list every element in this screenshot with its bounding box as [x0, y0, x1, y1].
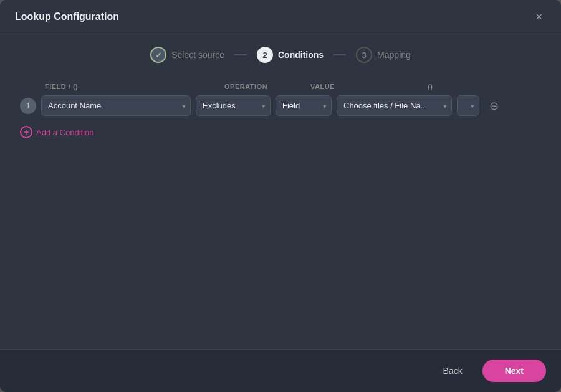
- operation-select-wrapper: Excludes Includes Equals Not Equals Cont…: [196, 95, 271, 116]
- col-header-extra: (): [428, 83, 511, 90]
- modal-title: Lookup Configuration: [15, 11, 119, 22]
- step-1-label: Select source: [171, 50, 224, 60]
- col-header-field: FIELD / (): [45, 83, 219, 90]
- field-select-wrapper: Account Name Account ID Contact Name Ema…: [41, 95, 191, 116]
- table-header: FIELD / () OPERATION VALUE (): [20, 83, 541, 90]
- step-3-label: Mapping: [377, 50, 411, 60]
- lookup-configuration-modal: Lookup Configuration × ✓ Select source 2…: [0, 0, 561, 392]
- remove-condition-button[interactable]: ⊖: [484, 97, 503, 115]
- value-type-dropdown[interactable]: Field Value Formula: [276, 95, 332, 116]
- modal-header: Lookup Configuration ×: [0, 0, 561, 34]
- field-dropdown[interactable]: Account Name Account ID Contact Name Ema…: [41, 95, 191, 116]
- back-button[interactable]: Back: [431, 360, 475, 382]
- step-divider-2: [333, 54, 346, 55]
- extra-dropdown[interactable]: [457, 95, 479, 116]
- modal-footer: Back Next: [0, 349, 561, 392]
- step-1-icon: ✓: [155, 50, 162, 60]
- step-2-circle: 2: [257, 47, 273, 63]
- modal-body: ✓ Select source 2 Conditions 3 Mapping F…: [0, 34, 561, 349]
- stepper: ✓ Select source 2 Conditions 3 Mapping: [0, 34, 561, 73]
- content-area: FIELD / () OPERATION VALUE () 1 Account …: [0, 73, 561, 349]
- add-condition-label: Add a Condition: [36, 128, 94, 137]
- operation-dropdown[interactable]: Excludes Includes Equals Not Equals Cont…: [196, 95, 271, 116]
- step-2: 2 Conditions: [257, 47, 324, 63]
- col-header-value: VALUE: [310, 83, 423, 90]
- next-button[interactable]: Next: [482, 360, 546, 382]
- add-condition-button[interactable]: + Add a Condition: [20, 123, 94, 141]
- extra-select-wrapper: [457, 95, 479, 116]
- step-2-label: Conditions: [278, 50, 324, 60]
- step-3: 3 Mapping: [356, 47, 411, 63]
- value-dropdown[interactable]: Choose files / File Na...: [337, 95, 452, 116]
- close-button[interactable]: ×: [532, 10, 546, 24]
- step-divider-1: [234, 54, 247, 55]
- value-select-wrapper: Choose files / File Na...: [337, 95, 452, 116]
- col-header-operation: OPERATION: [224, 83, 305, 90]
- value-type-select-wrapper: Field Value Formula: [276, 95, 332, 116]
- step-3-circle: 3: [356, 47, 372, 63]
- step-1: ✓ Select source: [150, 47, 224, 63]
- add-condition-icon: +: [20, 126, 32, 138]
- condition-row-1: 1 Account Name Account ID Contact Name E…: [20, 95, 541, 116]
- step-1-circle: ✓: [150, 47, 166, 63]
- row-number-1: 1: [20, 98, 36, 114]
